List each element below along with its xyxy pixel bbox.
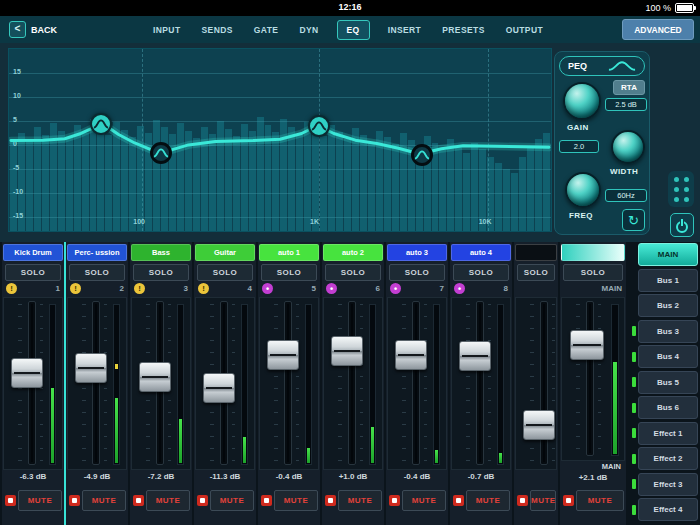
channel-name[interactable]: auto 1 <box>259 244 319 261</box>
solo-button[interactable]: SOLO <box>389 264 445 281</box>
fader-handle[interactable] <box>459 341 491 371</box>
bus-button-effect-3[interactable]: Effect 3 <box>638 473 698 496</box>
fader-handle[interactable] <box>203 373 235 403</box>
power-button[interactable] <box>670 213 694 237</box>
fader-db-value: -11.3 dB <box>194 472 256 483</box>
fader-handle[interactable] <box>11 358 43 388</box>
fader-db-value: +1.0 dB <box>322 472 384 483</box>
tab-output[interactable]: OUTPUT <box>503 20 546 40</box>
fader-handle[interactable] <box>331 336 363 366</box>
peq-header[interactable]: PEQ <box>559 56 645 76</box>
bus-button-bus-1[interactable]: Bus 1 <box>638 269 698 292</box>
reset-button[interactable]: ↻ <box>622 209 645 231</box>
tab-sends[interactable]: SENDS <box>199 20 236 40</box>
channel-record-icon[interactable] <box>133 495 144 506</box>
q-value[interactable]: 2.0 <box>559 140 599 153</box>
solo-button[interactable]: SOLO <box>133 264 189 281</box>
mute-button[interactable]: MUTE <box>82 490 126 511</box>
bus-button-main[interactable]: MAIN <box>638 243 698 266</box>
bus-button-bus-5[interactable]: Bus 5 <box>638 371 698 394</box>
channel-record-icon[interactable] <box>453 495 464 506</box>
channel-record-icon[interactable] <box>197 495 208 506</box>
channel-name[interactable]: auto 3 <box>387 244 447 261</box>
fader-handle[interactable] <box>523 410 555 440</box>
mute-button[interactable]: MUTE <box>210 490 254 511</box>
bus-button-bus-2[interactable]: Bus 2 <box>638 294 698 317</box>
tab-insert[interactable]: INSERT <box>385 20 425 40</box>
tab-presets[interactable]: PRESETS <box>439 20 487 40</box>
fader-handle[interactable] <box>139 362 171 392</box>
master-fader-handle[interactable] <box>570 330 604 360</box>
channel-record-icon[interactable] <box>517 495 528 506</box>
channel-name[interactable]: Bass <box>131 244 191 261</box>
fader-track[interactable] <box>476 301 484 465</box>
master-solo-button[interactable]: SOLO <box>563 264 623 281</box>
fader-track[interactable] <box>348 301 356 465</box>
freq-knob[interactable] <box>565 172 601 208</box>
fader-handle[interactable] <box>75 353 107 383</box>
channel-record-icon[interactable] <box>261 495 272 506</box>
fader-handle[interactable] <box>395 340 427 370</box>
tab-input[interactable]: INPUT <box>150 20 184 40</box>
solo-button[interactable]: SOLO <box>69 264 125 281</box>
gain-value[interactable]: 2.5 dB <box>605 98 647 111</box>
fader-handle[interactable] <box>267 340 299 370</box>
channel-record-icon[interactable] <box>325 495 336 506</box>
channel-record-icon[interactable] <box>389 495 400 506</box>
tab-eq[interactable]: EQ <box>337 20 370 40</box>
fader-track[interactable] <box>412 301 420 465</box>
channel-name[interactable]: auto 4 <box>451 244 511 261</box>
master-record-icon[interactable] <box>563 495 574 506</box>
solo-button[interactable]: SOLO <box>197 264 253 281</box>
drag-handle-icon[interactable] <box>668 171 694 207</box>
bus-button-effect-4[interactable]: Effect 4 <box>638 498 698 521</box>
solo-button[interactable]: SOLO <box>325 264 381 281</box>
channel-number: 4 <box>248 284 252 293</box>
channel-name[interactable]: Kick Drum <box>3 244 63 261</box>
mute-button[interactable]: MUTE <box>466 490 510 511</box>
mute-button[interactable]: MUTE <box>530 490 556 511</box>
channel-name[interactable]: Perc- ussion <box>67 244 127 261</box>
channel-strip: Kick Drum SOLO ! 1 -6.3 dB MUTE <box>2 242 64 525</box>
channel-strip: SOLO MUTE <box>514 242 558 525</box>
freq-value[interactable]: 60Hz <box>605 189 647 202</box>
channel-number: 8 <box>504 284 508 293</box>
tab-gate[interactable]: GATE <box>251 20 282 40</box>
channel-record-icon[interactable] <box>69 495 80 506</box>
mixer-section: SOLO MAIN MAIN +2.1 dB MUTE MAINBus 1Bus… <box>0 242 700 525</box>
tab-dyn[interactable]: DYN <box>296 20 321 40</box>
master-fader-track[interactable] <box>586 301 594 456</box>
bus-button-effect-1[interactable]: Effect 1 <box>638 422 698 445</box>
channel-name[interactable] <box>515 244 557 261</box>
bus-sidebar: MAINBus 1Bus 2Bus 3Bus 4Bus 5Bus 6Effect… <box>632 242 700 525</box>
gain-knob[interactable] <box>563 82 601 120</box>
solo-button[interactable]: SOLO <box>453 264 509 281</box>
channel-record-icon[interactable] <box>5 495 16 506</box>
solo-button[interactable]: SOLO <box>261 264 317 281</box>
channel-name[interactable]: Guitar <box>195 244 255 261</box>
mute-button[interactable]: MUTE <box>338 490 382 511</box>
mute-button[interactable]: MUTE <box>274 490 318 511</box>
mute-button[interactable]: MUTE <box>402 490 446 511</box>
fader-track[interactable] <box>540 301 548 465</box>
level-meter <box>241 304 248 465</box>
advanced-button[interactable]: ADVANCED <box>622 19 694 40</box>
back-button[interactable]: < BACK <box>5 19 61 40</box>
fader-track[interactable] <box>284 301 292 465</box>
solo-button[interactable]: SOLO <box>5 264 61 281</box>
channel-name[interactable]: auto 2 <box>323 244 383 261</box>
bus-button-effect-2[interactable]: Effect 2 <box>638 447 698 470</box>
width-knob[interactable] <box>611 130 645 164</box>
channel-strip: Guitar SOLO ! 4 -11.3 dB MUTE <box>194 242 256 525</box>
mute-button[interactable]: MUTE <box>146 490 190 511</box>
bus-button-bus-6[interactable]: Bus 6 <box>638 396 698 419</box>
solo-button[interactable]: SOLO <box>517 264 555 281</box>
bus-button-bus-3[interactable]: Bus 3 <box>638 320 698 343</box>
master-color-label[interactable] <box>561 244 625 261</box>
bus-button-bus-4[interactable]: Bus 4 <box>638 345 698 368</box>
eq-panel: PEQ RTA GAIN 2.5 dB 2.0 WIDTH FREQ 60Hz … <box>554 51 650 235</box>
rta-button[interactable]: RTA <box>613 80 645 95</box>
eq-graph[interactable]: 151050-5-10-151001K10K <box>8 48 552 232</box>
master-mute-button[interactable]: MUTE <box>576 490 624 511</box>
mute-button[interactable]: MUTE <box>18 490 62 511</box>
